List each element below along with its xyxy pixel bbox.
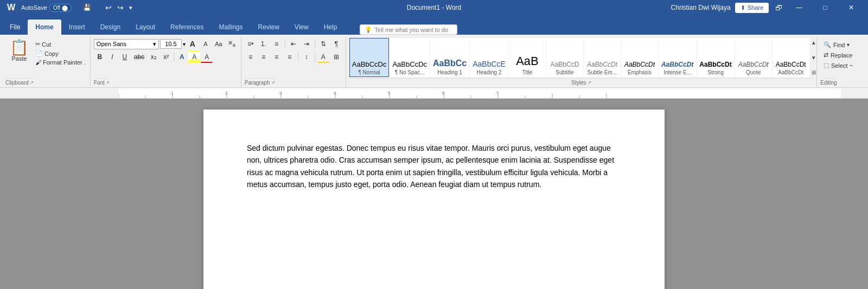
save-button[interactable]: 💾 [75,0,100,15]
align-center-button[interactable]: ≡ [258,51,270,63]
style-normal[interactable]: AaBbCcDc ¶ Normal [349,38,390,77]
tab-help[interactable]: Help [316,20,345,35]
copy-button[interactable]: 📄 Copy [33,49,88,57]
font-size-value: 10.5 [165,41,176,47]
tab-mailings[interactable]: Mailings [211,20,250,35]
style-subtle-em[interactable]: AaBbCcDt Subtle Em... [584,38,621,77]
tab-insert[interactable]: Insert [61,20,93,35]
cut-icon: ✂ [35,41,40,48]
svg-text:5: 5 [388,91,391,95]
tab-view[interactable]: View [287,20,316,35]
style-emphasis[interactable]: AaBbCcDt Emphasis [621,38,658,77]
style-quote[interactable]: AaBbCcDt Quote [735,38,772,77]
styles-scroll-controls: ▲ ▼ ⊞ [810,38,817,77]
tab-layout[interactable]: Layout [128,20,163,35]
font-size-selector[interactable]: 10.5 [160,39,182,49]
document-page[interactable]: Sed dictum pulvinar egestas. Donec tempu… [203,110,665,289]
font-name-row: Open Sans ▾ 10.5 ▾ A A Aa ✕a [94,38,238,50]
ruler-svg: 1 2 3 4 5 6 7 [118,88,841,98]
tab-file[interactable]: File [2,20,28,35]
line-spacing-button[interactable]: ↕ [301,51,312,63]
superscript-button[interactable]: x² [160,51,172,63]
style-title[interactable]: AaB Title [509,38,546,77]
clipboard-group: 📋 Paste ✂ Cut 📄 Copy 🖌 Format Painter . [2,37,91,87]
tell-me-bar[interactable]: 💡 Tell me what you want to do [360,24,457,35]
align-right-button[interactable]: ≡ [271,51,283,63]
style-heading2[interactable]: AaBbCcE Heading 2 [470,38,508,77]
tab-references[interactable]: References [163,20,211,35]
style-heading1[interactable]: AaBbCc Heading 1 [430,38,469,77]
subscript-button[interactable]: x₂ [148,51,159,63]
autosave-toggle[interactable]: Off ⬤ [49,4,72,12]
clipboard-secondary: ✂ Cut 📄 Copy 🖌 Format Painter . [33,38,88,66]
maximize-button[interactable]: □ [813,0,838,15]
paste-button[interactable]: 📋 Paste [5,38,33,64]
autosave-state: Off [53,5,60,11]
style-subtitle[interactable]: AaBbCcD Subtitle [546,38,583,77]
style-no-spacing[interactable]: AaBbCcDc ¶ No Spac... [390,38,430,77]
styles-scroll-down[interactable]: ▼ [810,54,817,61]
replace-icon: ⇄ [824,52,828,59]
clipboard-content: 📋 Paste ✂ Cut 📄 Copy 🖌 Format Painter . [5,38,88,77]
tab-home[interactable]: Home [28,20,61,35]
tell-me-placeholder: Tell me what you want to do [374,27,448,33]
restore-window-icon[interactable]: 🗗 [775,4,782,12]
bullets-button[interactable]: ≡• [245,38,257,50]
font-group-label[interactable]: Font ↗ [94,78,110,86]
strikethrough-button[interactable]: abc [131,51,147,63]
highlight-color-button[interactable]: A [188,51,200,63]
clipboard-group-label[interactable]: Clipboard ↗ [5,78,34,86]
toggle-icon: ⬤ [62,5,68,11]
tab-design[interactable]: Design [93,20,128,35]
numbering-button[interactable]: 1. [258,38,270,50]
underline-button[interactable]: U [119,51,131,63]
style-strong[interactable]: AaBbCcDt Strong [697,38,734,77]
paste-label: Paste [11,55,27,62]
editing-group-label[interactable]: Editing [820,78,837,86]
style-heading2-label: Heading 2 [477,69,502,75]
sort-button[interactable]: ⇅ [317,38,329,50]
font-color-button[interactable]: A [201,51,213,63]
paragraph-group-label[interactable]: Paragraph ↗ [245,78,275,86]
document-content[interactable]: Sed dictum pulvinar egestas. Donec tempu… [247,142,621,191]
bold-button[interactable]: B [94,51,106,63]
styles-scroll-up[interactable]: ▲ [810,39,817,46]
italic-button[interactable]: I [106,51,118,63]
cut-button[interactable]: ✂ Cut [33,40,88,48]
format-painter-button[interactable]: 🖌 Format Painter . [33,59,88,66]
tab-review[interactable]: Review [250,20,286,35]
styles-group-label[interactable]: Styles ↗ [349,78,813,86]
styles-more[interactable]: ⊞ [810,69,817,76]
autosave-area: AutoSave Off ⬤ [21,4,72,12]
style-extra[interactable]: AaBbCcDt AaBbCcDt [773,38,809,77]
redo-button[interactable]: ↪ [115,2,126,13]
clear-formatting-button[interactable]: ✕a [226,38,238,50]
decrease-indent-button[interactable]: ⇤ [288,38,299,50]
clear-icon: ✕a [228,40,235,48]
align-left-button[interactable]: ≡ [245,51,257,63]
show-formatting-button[interactable]: ¶ [330,38,342,50]
share-button[interactable]: ⬆ Share [735,3,769,13]
paragraph-expand-icon: ↗ [271,80,275,85]
font-name-selector[interactable]: Open Sans ▾ [94,39,159,49]
undo-button[interactable]: ↩ [103,2,114,13]
close-button[interactable]: ✕ [839,0,864,15]
font-grow-button[interactable]: A [187,38,199,50]
increase-indent-button[interactable]: ⇥ [301,38,312,50]
justify-button[interactable]: ≡ [284,51,296,63]
change-case-button[interactable]: Aa [213,38,225,50]
customize-qat-button[interactable]: ▾ [127,3,135,12]
replace-button[interactable]: ⇄ Replace [820,50,856,60]
font-shrink-button[interactable]: A [200,38,212,50]
svg-text:7: 7 [496,91,499,95]
tell-me-icon: 💡 [365,26,372,33]
borders-button[interactable]: ⊞ [330,51,342,63]
styles-expand-icon: ↗ [588,80,591,85]
minimize-button[interactable]: — [787,0,812,15]
text-effects-button[interactable]: A [176,51,188,63]
shading-button[interactable]: A [317,51,329,63]
multilevel-list-button[interactable]: ≡ [271,38,283,50]
find-button[interactable]: 🔍 Find ▾ [820,40,856,49]
style-intense-em[interactable]: AaBbCcDt Intense E... [659,38,696,77]
select-button[interactable]: ⬚ Select ~ [820,61,856,70]
